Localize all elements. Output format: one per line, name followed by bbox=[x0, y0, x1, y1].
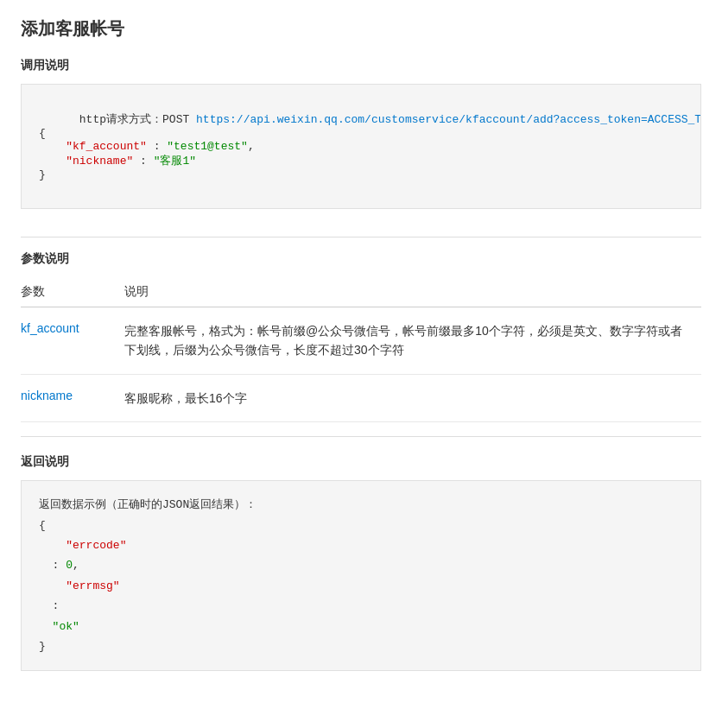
return-ok-line: "ok" bbox=[39, 617, 683, 636]
call-section: 调用说明 http请求方式：POST https://api.weixin.qq… bbox=[21, 58, 701, 223]
return-errcode-line: "errcode" bbox=[39, 535, 683, 555]
errcode-key: "errcode" bbox=[66, 539, 126, 552]
return-errmsg-line: "errmsg" bbox=[39, 576, 683, 596]
col-param: 参数 bbox=[21, 277, 124, 307]
divider-2 bbox=[21, 436, 701, 437]
http-label: http请求方式： bbox=[79, 113, 162, 126]
nickname-key: "nickname" bbox=[66, 155, 133, 168]
params-table-header: 参数 说明 bbox=[21, 277, 701, 307]
return-intro: 返回数据示例（正确时的JSON返回结果）： bbox=[39, 495, 683, 515]
kf-account-key: "kf_account" bbox=[66, 140, 147, 153]
param-name: kf_account bbox=[21, 307, 124, 375]
call-code-scroll[interactable]: http请求方式：POST https://api.weixin.qq.com/… bbox=[21, 84, 701, 223]
table-row: kf_account完整客服帐号，格式为：帐号前缀@公众号微信号，帐号前缀最多1… bbox=[21, 307, 701, 375]
call-code-block: http请求方式：POST https://api.weixin.qq.com/… bbox=[21, 84, 701, 209]
http-method: POST bbox=[162, 113, 189, 126]
kf-account-value: "test1@test" bbox=[167, 140, 248, 153]
body-close: } bbox=[39, 168, 46, 181]
nickname-value: "客服1" bbox=[154, 155, 196, 168]
return-errmsg-value-line: : bbox=[39, 596, 683, 616]
table-row: nickname客服昵称，最长16个字 bbox=[21, 374, 701, 421]
params-section: 参数说明 参数 说明 kf_account完整客服帐号，格式为：帐号前缀@公众号… bbox=[21, 251, 701, 422]
param-name: nickname bbox=[21, 374, 124, 421]
errmsg-key: "errmsg" bbox=[66, 579, 119, 592]
body-open: { bbox=[39, 127, 46, 140]
api-url: https://api.weixin.qq.com/customservice/… bbox=[196, 113, 701, 126]
errcode-value: 0 bbox=[66, 559, 73, 572]
param-desc: 客服昵称，最长16个字 bbox=[124, 374, 701, 421]
return-open: { bbox=[39, 516, 683, 535]
page-title: 添加客服帐号 bbox=[21, 17, 701, 41]
return-code-block: 返回数据示例（正确时的JSON返回结果）： { "errcode" : 0, "… bbox=[21, 480, 701, 671]
call-section-title: 调用说明 bbox=[21, 58, 701, 73]
return-section-title: 返回说明 bbox=[21, 454, 701, 470]
divider-1 bbox=[21, 237, 701, 237]
col-desc: 说明 bbox=[124, 277, 701, 307]
errmsg-value: "ok" bbox=[53, 620, 79, 633]
params-section-title: 参数说明 bbox=[21, 251, 701, 267]
return-section: 返回说明 返回数据示例（正确时的JSON返回结果）： { "errcode" :… bbox=[21, 454, 701, 671]
return-close: } bbox=[39, 636, 683, 656]
return-errcode-value-line: : 0, bbox=[39, 555, 683, 575]
param-desc: 完整客服帐号，格式为：帐号前缀@公众号微信号，帐号前缀最多10个字符，必须是英文… bbox=[124, 307, 701, 375]
params-table: 参数 说明 kf_account完整客服帐号，格式为：帐号前缀@公众号微信号，帐… bbox=[21, 277, 701, 422]
